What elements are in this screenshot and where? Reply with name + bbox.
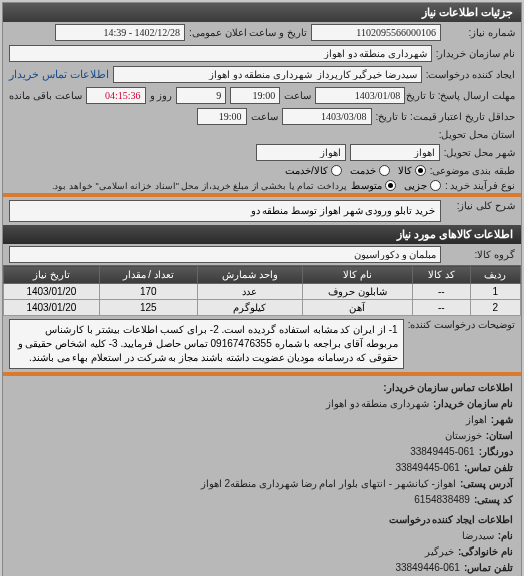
days-text: روز و <box>150 90 173 101</box>
time-label-2: ساعت <box>251 111 278 122</box>
buyer-name-input[interactable] <box>9 45 432 62</box>
goods-table: ردیف کد کالا نام کالا واحد شمارش تعداد /… <box>3 265 521 316</box>
topic-class-label: طبقه بندی موضوعی: <box>430 165 515 176</box>
time-label-1: ساعت <box>284 90 311 101</box>
radio-goods[interactable]: کالا <box>398 165 426 176</box>
th-date: تاریخ نیاز <box>4 266 100 284</box>
org-city: اهواز <box>466 412 487 428</box>
purchase-note: پرداخت تمام یا بخشی از مبلغ خرید،از محل … <box>52 181 347 191</box>
deadline-date-input[interactable] <box>315 87 405 104</box>
group-input[interactable] <box>9 246 441 263</box>
org-name-label: نام سازمان خریدار: <box>433 396 513 412</box>
radio-service[interactable]: خدمت <box>350 165 390 176</box>
deadline-label: مهلت ارسال پاسخ: تا تاریخ: <box>409 90 515 101</box>
radio-small[interactable]: جزیی <box>404 180 441 191</box>
buyer-contact-link[interactable]: اطلاعات تماس خریدار <box>9 68 109 81</box>
buyer-name-label: نام سازمان خریدار: <box>436 48 515 59</box>
org-name: شهرداری منطقه دو اهواز <box>326 396 429 412</box>
org-province: خوزستان <box>445 428 482 444</box>
creator-family: خیرگیر <box>425 544 454 560</box>
requester-label: ایجاد کننده درخواست: <box>426 69 515 80</box>
org-city-label: شهر: <box>491 412 513 428</box>
group-label: گروه کالا: <box>445 249 515 260</box>
org-phone-label: تلفن تماس: <box>464 460 513 476</box>
validity-label: حداقل تاریخ اعتبار قیمت: تا تاریخ: <box>376 111 515 122</box>
general-desc-label: شرح کلی نیاز: <box>445 200 515 222</box>
radio-medium[interactable]: متوسط <box>351 180 396 191</box>
table-row: 1 -- شابلون حروف عدد 170 1403/01/20 <box>4 284 521 300</box>
validity-date-input[interactable] <box>282 108 372 125</box>
creator-info-title: اطلاعات ایجاد کننده درخواست <box>11 512 513 528</box>
req-number-input[interactable] <box>311 24 441 41</box>
topic-radio-group: کالا خدمت کالا/خدمت <box>285 165 426 176</box>
org-postal-label: کد پستی: <box>474 492 513 508</box>
validity-time-input[interactable] <box>197 108 247 125</box>
notes-label: توضیحات درخواست کننده: <box>408 319 515 369</box>
creator-phone-label: تلفن تماس: <box>464 560 513 576</box>
remaining-text: ساعت باقی مانده <box>9 90 82 101</box>
requester-input[interactable] <box>113 66 422 83</box>
days-remaining-input <box>176 87 226 104</box>
deadline-time-input[interactable] <box>230 87 280 104</box>
table-row: 2 -- آهن کیلوگرم 125 1403/01/20 <box>4 300 521 316</box>
announce-input[interactable] <box>55 24 185 41</box>
org-province-label: استان: <box>486 428 513 444</box>
th-qty: تعداد / مقدار <box>99 266 197 284</box>
city-input[interactable] <box>256 144 346 161</box>
creator-name-label: نام: <box>498 528 513 544</box>
req-number-label: شماره نیاز: <box>445 27 515 38</box>
th-row: ردیف <box>470 266 520 284</box>
org-postal: 6154838489 <box>414 492 470 508</box>
announce-label: تاریخ و ساعت اعلان عمومی: <box>189 27 307 38</box>
org-fax: 33849445-061 <box>410 444 475 460</box>
goods-section-title: اطلاعات کالاهای مورد نیاز <box>3 225 521 244</box>
radio-goods-service[interactable]: کالا/خدمت <box>285 165 342 176</box>
org-fax-label: دورنگار: <box>479 444 513 460</box>
general-desc-box: خرید تابلو ورودی شهر اهواز توسط منطقه دو <box>9 200 441 222</box>
org-info-title: اطلاعات تماس سازمان خریدار: <box>11 380 513 396</box>
creator-family-label: نام خانوادگی: <box>458 544 513 560</box>
purchase-type-label: نوع فرآیند خرید : <box>445 180 515 191</box>
province-label: استان محل تحویل: <box>439 129 515 140</box>
th-unit: واحد شمارش <box>197 266 302 284</box>
org-address-label: آدرس پستی: <box>460 476 513 492</box>
purchase-radio-group: جزیی متوسط <box>351 180 441 191</box>
creator-phone: 33849446-061 <box>395 560 460 576</box>
panel-title: جزئیات اطلاعات نیاز <box>3 3 521 22</box>
city-label: شهر محل تحویل: <box>444 147 515 158</box>
province-input[interactable] <box>350 144 440 161</box>
notes-box: 1- از ایران کد مشابه استفاده گردیده است.… <box>9 319 404 369</box>
th-code: کد کالا <box>412 266 470 284</box>
creator-name: سیدرضا <box>462 528 494 544</box>
org-address: اهواز- کیانشهر - انتهای بلوار امام رضا ش… <box>201 476 456 492</box>
org-phone: 33849445-061 <box>395 460 460 476</box>
th-name: نام کالا <box>302 266 412 284</box>
time-remaining-input <box>86 87 146 104</box>
